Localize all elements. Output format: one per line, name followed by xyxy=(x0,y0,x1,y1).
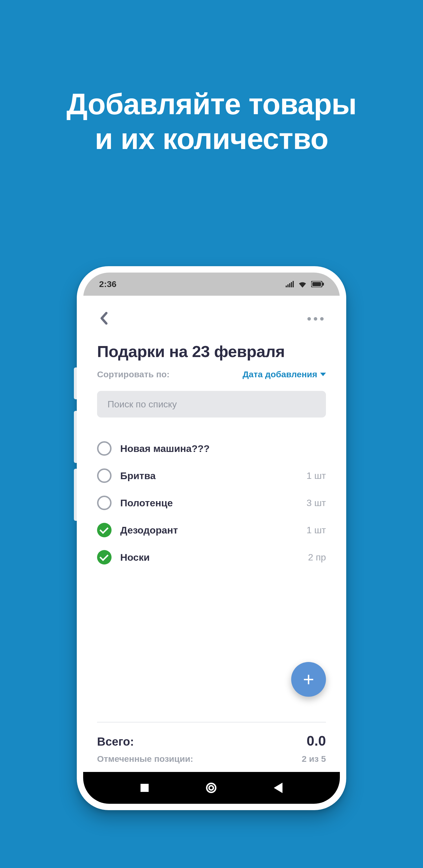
summary-panel: Всего: 0.0 Отмеченные позиции: 2 из 5 xyxy=(97,722,326,772)
total-value: 0.0 xyxy=(307,733,326,749)
svg-rect-2 xyxy=(289,283,290,287)
item-list: Новая машина??? Бритва 1 шт Полотенце 3 … xyxy=(97,435,326,571)
item-name: Бритва xyxy=(120,470,298,482)
nav-home-icon[interactable] xyxy=(206,783,217,793)
total-label: Всего: xyxy=(97,735,134,748)
item-checkbox[interactable] xyxy=(97,441,112,456)
item-qty: 3 шт xyxy=(307,498,326,508)
item-name: Носки xyxy=(120,552,299,563)
sort-row: Сортировать по: Дата добавления xyxy=(97,370,326,379)
item-name: Полотенце xyxy=(120,497,298,509)
list-item[interactable]: Носки 2 пр xyxy=(97,544,326,571)
item-qty: 2 пр xyxy=(308,552,326,563)
phone-side-button xyxy=(74,469,77,521)
phone-frame: 2:36 Подар xyxy=(77,266,346,810)
status-time: 2:36 xyxy=(99,279,116,289)
more-dots-icon xyxy=(307,317,311,320)
svg-rect-7 xyxy=(322,283,324,286)
search-placeholder: Поиск по списку xyxy=(108,399,177,410)
svg-rect-4 xyxy=(292,281,294,287)
chevron-left-icon xyxy=(100,312,108,324)
promo-headline-line2: и их количество xyxy=(0,122,423,156)
list-item[interactable]: Дезодорант 1 шт xyxy=(97,517,326,544)
sort-dropdown[interactable]: Дата добавления xyxy=(243,370,326,379)
svg-rect-3 xyxy=(291,282,292,287)
item-name: Новая машина??? xyxy=(120,443,317,454)
plus-icon: + xyxy=(303,669,314,690)
android-nav-bar xyxy=(83,772,340,804)
item-checkbox[interactable] xyxy=(97,550,112,564)
status-icons xyxy=(286,281,324,288)
svg-rect-0 xyxy=(286,286,287,287)
item-checkbox[interactable] xyxy=(97,496,112,510)
item-qty: 1 шт xyxy=(307,470,326,481)
sort-value-text: Дата добавления xyxy=(243,370,317,379)
back-button[interactable] xyxy=(97,307,110,331)
sort-label: Сортировать по: xyxy=(97,370,169,379)
item-checkbox[interactable] xyxy=(97,523,112,537)
promo-headline-line1: Добавляйте товары xyxy=(0,87,423,122)
more-button[interactable] xyxy=(305,311,326,327)
svg-rect-6 xyxy=(312,282,321,286)
add-item-button[interactable]: + xyxy=(291,662,326,697)
promo-headline: Добавляйте товары и их количество xyxy=(0,0,423,157)
wifi-icon xyxy=(298,281,307,288)
nav-back-icon[interactable] xyxy=(274,783,282,793)
top-bar xyxy=(97,307,326,331)
more-dots-icon xyxy=(320,317,323,320)
item-name: Дезодорант xyxy=(120,525,298,536)
svg-rect-1 xyxy=(287,284,288,287)
nav-recent-icon[interactable] xyxy=(141,784,149,792)
battery-icon xyxy=(311,281,324,287)
search-input[interactable]: Поиск по списку xyxy=(97,391,326,417)
app-content: Подарки на 23 февраля Сортировать по: Да… xyxy=(83,296,340,772)
phone-side-button xyxy=(74,411,77,463)
list-item[interactable]: Бритва 1 шт xyxy=(97,462,326,489)
phone-side-button xyxy=(74,368,77,399)
more-dots-icon xyxy=(314,317,317,320)
chevron-down-icon xyxy=(320,373,326,376)
item-checkbox[interactable] xyxy=(97,468,112,483)
item-qty: 1 шт xyxy=(307,525,326,535)
marked-label: Отмеченные позиции: xyxy=(97,754,193,764)
phone-screen: 2:36 Подар xyxy=(83,273,340,804)
marked-value: 2 из 5 xyxy=(302,754,326,764)
page-title: Подарки на 23 февраля xyxy=(97,342,326,361)
signal-icon xyxy=(286,281,294,287)
status-bar: 2:36 xyxy=(83,273,340,296)
list-item[interactable]: Полотенце 3 шт xyxy=(97,489,326,517)
list-item[interactable]: Новая машина??? xyxy=(97,435,326,462)
